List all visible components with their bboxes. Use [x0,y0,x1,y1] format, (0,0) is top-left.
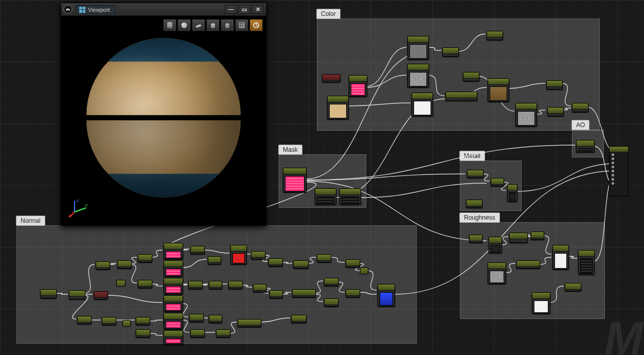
graph-node[interactable] [77,316,92,324]
graph-node[interactable] [251,251,265,259]
graph-node[interactable] [516,260,540,269]
graph-node[interactable] [96,261,110,270]
graph-node[interactable] [164,330,183,345]
graph-node[interactable] [270,290,283,298]
graph-node[interactable] [188,281,203,289]
graph-node[interactable] [315,188,336,205]
primitive-cube-button[interactable] [206,19,220,31]
graph-node[interactable] [117,260,132,269]
graph-node[interactable] [565,283,581,291]
graph-node[interactable] [487,31,503,40]
graph-node[interactable] [547,107,564,116]
graph-node[interactable] [552,245,569,270]
graph-node[interactable] [209,281,222,289]
viewport-window[interactable]: Viewport — ▭ ✕ Z Y X [61,3,266,226]
graph-node[interactable] [531,232,544,240]
graph-node[interactable] [208,256,221,264]
graph-node[interactable] [230,245,247,264]
comment-label: AO [571,120,589,130]
viewport-tab[interactable]: Viewport [76,5,116,14]
graph-node[interactable] [209,315,222,323]
svg-text:Z: Z [76,199,79,203]
viewport-tab-label: Viewport [88,7,110,13]
graph-node[interactable] [572,103,588,112]
graph-node[interactable] [164,243,183,259]
primitive-sphere-button[interactable] [177,19,191,31]
graph-node[interactable] [122,320,131,326]
graph-node[interactable] [190,246,205,254]
graph-node[interactable] [360,268,368,274]
graph-node[interactable] [378,284,395,307]
graph-node[interactable] [339,188,361,205]
primitive-cube2-button[interactable] [221,19,234,31]
graph-node[interactable] [283,168,307,192]
viewport-grid-button[interactable] [235,19,248,31]
graph-node[interactable] [466,200,482,208]
svg-line-9 [75,208,86,212]
unreal-logo-icon [63,5,73,14]
graph-node[interactable] [532,292,550,314]
graph-node[interactable] [164,260,183,277]
graph-node[interactable] [488,262,506,284]
graph-node[interactable] [216,329,230,338]
viewport-3d-view[interactable]: Z Y X [61,16,266,225]
graph-node[interactable] [102,317,116,325]
graph-node[interactable] [322,74,341,82]
graph-node[interactable] [253,284,266,292]
graph-node[interactable] [116,280,126,286]
graph-node[interactable] [488,78,509,102]
graph-node[interactable] [164,313,183,329]
graph-node[interactable] [509,233,528,243]
graph-node[interactable] [346,289,360,297]
graph-node[interactable] [507,184,517,202]
graph-node[interactable] [412,93,433,116]
graph-node[interactable] [576,140,595,152]
graph-node[interactable] [293,260,309,269]
window-maximize-button[interactable]: ▭ [238,5,251,14]
svg-text:Y: Y [85,203,88,208]
window-close-button[interactable]: ✕ [252,5,264,14]
graph-node[interactable] [346,259,360,268]
material-output-node[interactable] [609,146,629,197]
graph-node[interactable] [69,290,85,299]
graph-node[interactable] [546,80,563,90]
window-minimize-button[interactable]: — [225,5,237,14]
graph-node[interactable] [40,289,57,298]
graph-node[interactable] [515,103,537,127]
graph-node[interactable] [164,278,183,294]
graph-node[interactable] [407,64,429,87]
time-of-day-button[interactable] [249,19,263,31]
primitive-cylinder-button[interactable] [163,19,176,31]
graph-node[interactable] [578,250,595,275]
graph-node[interactable] [442,47,459,57]
graph-node[interactable] [136,329,150,338]
graph-node[interactable] [228,281,243,289]
graph-node[interactable] [324,278,338,286]
graph-node[interactable] [349,75,367,97]
graph-node[interactable] [190,329,205,338]
graph-node[interactable] [491,178,504,186]
comment-label: Normal [16,216,45,226]
graph-node[interactable] [463,72,479,81]
graph-node[interactable] [292,289,316,297]
graph-node[interactable] [467,170,484,178]
graph-node[interactable] [189,314,204,322]
graph-node[interactable] [291,315,307,323]
primitive-plane-button[interactable] [192,19,205,31]
graph-node[interactable] [445,92,477,101]
graph-node[interactable] [469,235,482,243]
graph-node[interactable] [164,295,183,312]
graph-node[interactable] [138,280,152,288]
graph-node[interactable] [324,298,338,307]
viewport-titlebar[interactable]: Viewport — ▭ ✕ [61,3,266,16]
graph-node[interactable] [407,36,429,60]
graph-node[interactable] [238,319,261,327]
graph-node[interactable] [269,258,283,267]
svg-point-5 [182,24,184,25]
graph-node[interactable] [94,291,108,299]
graph-node[interactable] [136,317,150,325]
graph-node[interactable] [327,96,349,119]
graph-node[interactable] [138,254,152,262]
graph-node[interactable] [317,254,331,262]
graph-node[interactable] [489,237,502,253]
